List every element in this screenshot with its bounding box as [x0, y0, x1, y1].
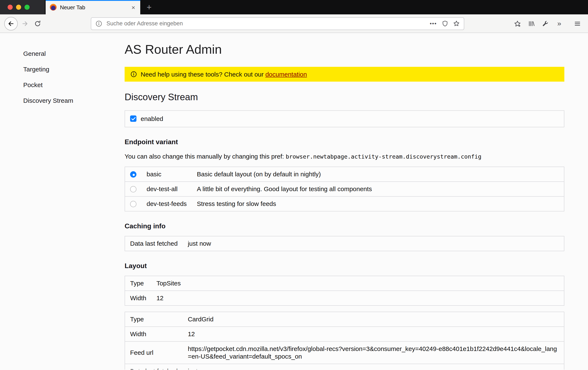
option-name: dev-test-all	[142, 182, 192, 196]
developer-tools-button[interactable]	[539, 17, 552, 30]
forward-arrow-icon	[21, 20, 28, 27]
table-row: Type CardGrid	[125, 312, 564, 327]
tab-neuer-tab[interactable]: Neuer Tab ×	[46, 0, 140, 14]
wrench-icon	[542, 20, 549, 27]
overflow-chevrons-icon: »	[557, 20, 561, 27]
tab-title: Neuer Tab	[60, 4, 130, 10]
table-row: Feed url https://getpocket.cdn.mozilla.n…	[125, 341, 564, 364]
app-menu-button[interactable]	[571, 17, 584, 30]
row-value: just now	[183, 364, 564, 370]
navigation-toolbar: •••	[0, 14, 588, 33]
enabled-row: enabled	[125, 110, 564, 127]
sidebar-item-discovery-stream[interactable]: Discovery Stream	[23, 93, 125, 108]
table-row: Data last fetched just now	[125, 364, 564, 370]
heading-caching-info: Caching info	[125, 222, 564, 230]
toolbar-buttons: »	[511, 17, 584, 30]
tab-bar: Neuer Tab × +	[0, 0, 588, 14]
row-key: Type	[125, 312, 183, 327]
row-value: CardGrid	[183, 312, 564, 327]
hamburger-menu-icon	[574, 20, 581, 27]
new-tab-button[interactable]: +	[143, 0, 156, 14]
row-key: Width	[125, 327, 183, 341]
main-panel: AS Router Admin Need help using these to…	[125, 33, 564, 370]
pref-hint: You can also change this manually by cha…	[125, 152, 564, 161]
row-key: Data last fetched	[125, 236, 183, 251]
url-input[interactable]	[105, 20, 426, 27]
layout-table-topsites: Type TopSites Width 12	[125, 276, 564, 306]
pref-name: browser.newtabpage.activity-stream.disco…	[286, 153, 482, 160]
page-title: AS Router Admin	[125, 42, 564, 57]
reload-icon	[34, 20, 41, 27]
table-row: Width 12	[125, 291, 564, 305]
radio-basic[interactable]	[130, 172, 136, 178]
page-actions-icon[interactable]: •••	[430, 21, 437, 26]
sidebar-item-pocket[interactable]: Pocket	[23, 77, 125, 93]
documentation-link[interactable]: documentation	[265, 70, 307, 78]
reload-button[interactable]	[31, 17, 44, 30]
heading-endpoint-variant: Endpoint variant	[125, 138, 564, 146]
endpoint-options-table: basic Basic default layout (on by defaul…	[125, 167, 564, 211]
firefox-favicon-icon	[50, 4, 57, 11]
back-arrow-icon	[8, 20, 14, 27]
layout-table-cardgrid: Type CardGrid Width 12 Feed url https://…	[125, 312, 564, 370]
row-key: Data last fetched	[125, 364, 183, 370]
url-bar[interactable]: •••	[91, 17, 464, 30]
browser-window: Neuer Tab × + •••	[0, 0, 588, 370]
close-window-button[interactable]	[8, 5, 13, 10]
table-row: Type TopSites	[125, 276, 564, 291]
page-content: General Targeting Pocket Discovery Strea…	[0, 33, 588, 370]
option-description: A little bit of everything. Good layout …	[192, 182, 564, 196]
option-description: Basic default layout (on by default in n…	[192, 167, 564, 182]
enabled-label: enabled	[141, 115, 163, 122]
back-button[interactable]	[4, 17, 18, 30]
tab-close-icon[interactable]: ×	[130, 4, 137, 10]
row-value: 12	[183, 327, 564, 341]
radio-dev-test-all[interactable]	[130, 186, 136, 193]
row-value: TopSites	[151, 276, 564, 291]
urlbar-actions: •••	[430, 20, 460, 27]
row-key: Width	[125, 291, 151, 305]
overflow-menu-button[interactable]: »	[553, 17, 566, 30]
info-icon	[131, 71, 137, 77]
library-icon	[528, 20, 535, 27]
help-banner: Need help using these tools? Check out o…	[125, 67, 564, 81]
banner-text: Need help using these tools? Check out o…	[141, 70, 307, 78]
option-row-basic[interactable]: basic Basic default layout (on by defaul…	[125, 167, 564, 182]
radio-dev-test-feeds[interactable]	[130, 201, 136, 207]
enabled-checkbox[interactable]	[130, 116, 136, 122]
bookmarks-button[interactable]	[511, 17, 524, 30]
sidebar-item-general[interactable]: General	[23, 46, 125, 61]
minimize-window-button[interactable]	[16, 5, 21, 10]
row-value: just now	[183, 236, 564, 251]
zoom-window-button[interactable]	[24, 5, 30, 10]
row-key: Type	[125, 276, 151, 291]
table-row: Width 12	[125, 327, 564, 341]
library-button[interactable]	[525, 17, 538, 30]
page-info-icon[interactable]	[95, 20, 102, 27]
shield-icon[interactable]	[442, 20, 448, 27]
option-description: Stress testing for slow feeds	[192, 196, 564, 211]
section-title-discovery-stream: Discovery Stream	[125, 92, 564, 103]
sidebar-item-targeting[interactable]: Targeting	[23, 61, 125, 77]
row-key: Feed url	[125, 341, 183, 364]
heading-layout: Layout	[125, 262, 564, 270]
option-row-dev-test-feeds[interactable]: dev-test-feeds Stress testing for slow f…	[125, 196, 564, 211]
star-icon	[514, 20, 521, 27]
caching-info-table: Data last fetched just now	[125, 236, 564, 251]
row-value-feed-url: https://getpocket.cdn.mozilla.net/v3/fir…	[183, 341, 564, 364]
table-row: Data last fetched just now	[125, 236, 564, 251]
option-row-dev-test-all[interactable]: dev-test-all A little bit of everything.…	[125, 182, 564, 196]
window-controls	[0, 0, 45, 14]
sidebar: General Targeting Pocket Discovery Strea…	[0, 33, 125, 370]
bookmark-star-icon[interactable]	[453, 20, 460, 27]
option-name: dev-test-feeds	[142, 196, 192, 211]
forward-button[interactable]	[19, 17, 31, 30]
option-name: basic	[142, 167, 192, 182]
row-value: 12	[151, 291, 564, 305]
